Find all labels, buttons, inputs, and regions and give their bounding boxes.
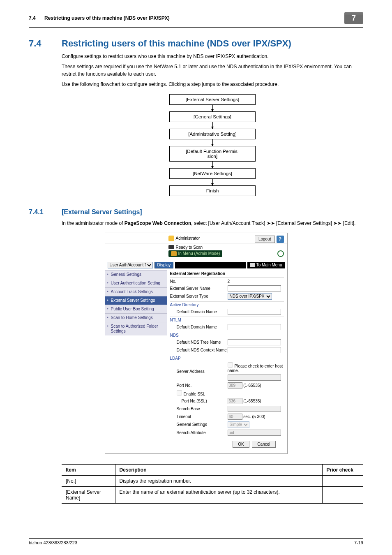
flowchart: [External Server Settings] [General Sett… bbox=[169, 94, 256, 196]
flow-connector bbox=[212, 162, 213, 168]
section-ntlm: NTLM bbox=[170, 317, 284, 323]
cell-prior bbox=[322, 475, 363, 486]
label-ad-default-domain: Default Domain Name bbox=[170, 310, 228, 314]
running-head-left: 7.4 Restricting users of this machine (N… bbox=[29, 15, 170, 21]
th-item: Item bbox=[62, 464, 115, 476]
section-active-directory: Active Directory bbox=[170, 301, 284, 308]
chapter-badge: 7 bbox=[344, 12, 363, 24]
ldap-timeout-hint: sec. (5-300) bbox=[243, 414, 265, 419]
ldap-timeout-input[interactable] bbox=[228, 414, 242, 420]
ldap-port-input[interactable] bbox=[228, 382, 242, 388]
subsection-number: 7.4.1 bbox=[29, 208, 62, 216]
form-title: External Server Registration bbox=[170, 270, 284, 278]
footer-model: bizhub 423/363/283/223 bbox=[29, 540, 77, 545]
to-main-menu-button[interactable]: To Main Menu bbox=[247, 262, 285, 268]
ntlm-default-domain-input[interactable] bbox=[228, 324, 281, 330]
label-external-server-name: External Server Name bbox=[170, 286, 228, 291]
external-server-type-select[interactable]: NDS over IPX/SPX bbox=[228, 293, 272, 300]
web-connection-screenshot: Administrator Logout ? Ready to Scan In … bbox=[105, 233, 288, 454]
flow-step-external-server[interactable]: [External Server Settings] bbox=[169, 94, 256, 105]
external-server-name-input[interactable] bbox=[228, 285, 281, 291]
section-ldap: LDAP bbox=[170, 355, 284, 361]
status-menu-mode: In Menu (Admin Mode) bbox=[178, 251, 220, 256]
label-ldap-search-base: Search Base bbox=[170, 407, 228, 411]
label-ntlm-default-domain: Default Domain Name bbox=[170, 325, 228, 329]
logout-button[interactable]: Logout bbox=[255, 236, 275, 243]
nds-tree-input[interactable] bbox=[228, 339, 281, 345]
sidebar-item-external-server[interactable]: External Server Settings bbox=[105, 296, 167, 305]
menu-icon bbox=[250, 263, 255, 267]
ldap-ssl-port-input[interactable] bbox=[228, 398, 242, 404]
value-no: 2 bbox=[228, 279, 284, 284]
sidebar-item-scan-to-home[interactable]: Scan to Home Settings bbox=[105, 313, 167, 322]
scanner-icon bbox=[168, 245, 174, 249]
nds-context-input[interactable] bbox=[228, 347, 281, 353]
subsection-instruction: In the administrator mode of PageScope W… bbox=[62, 220, 363, 227]
category-select[interactable]: User Auth/Account Track bbox=[108, 262, 153, 268]
cell-prior bbox=[322, 486, 363, 503]
ok-button[interactable]: OK bbox=[233, 441, 249, 448]
cancel-button[interactable]: Cancel bbox=[252, 441, 275, 448]
refresh-icon[interactable] bbox=[277, 250, 284, 257]
section-title: Restricting users of this machine (NDS o… bbox=[62, 38, 291, 49]
sidebar-item-account-track[interactable]: Account Track Settings bbox=[105, 287, 167, 296]
enable-ssl-checkbox[interactable] bbox=[177, 390, 182, 395]
label-ldap-port: Port No. bbox=[170, 383, 228, 388]
sidebar-item-user-auth-setting[interactable]: User Authentication Setting bbox=[105, 279, 167, 287]
label-external-server-type: External Server Type bbox=[170, 294, 228, 298]
sidebar-item-general-settings[interactable]: General Settings bbox=[105, 270, 167, 279]
footer-page: 7-19 bbox=[354, 540, 363, 545]
intro-paragraph-1: Configure settings to restrict users who… bbox=[62, 53, 363, 60]
label-ldap-server-address: Server Address bbox=[170, 369, 228, 374]
flow-step-netware-settings[interactable]: [NetWare Settings] bbox=[169, 168, 256, 179]
section-number: 7.4 bbox=[29, 38, 62, 49]
section-nds: NDS bbox=[170, 332, 284, 338]
flow-step-label-line1: [Default Function Permis- bbox=[186, 149, 239, 154]
flow-connector bbox=[212, 179, 213, 185]
running-head-title: Restricting users of this machine (NDS o… bbox=[44, 15, 170, 21]
flow-connector bbox=[212, 105, 213, 111]
cell-item: [External Server Name] bbox=[62, 486, 115, 503]
th-prior-check: Prior check bbox=[322, 464, 363, 476]
cell-item: [No.] bbox=[62, 475, 115, 486]
folder-icon bbox=[171, 251, 177, 256]
settings-sidebar: General Settings User Authentication Set… bbox=[105, 270, 167, 453]
sidebar-item-scan-to-authorized[interactable]: Scan to Authorized Folder Settings bbox=[105, 322, 167, 335]
admin-label: Administrator bbox=[176, 236, 200, 240]
to-main-label: To Main Menu bbox=[256, 263, 282, 267]
intro-paragraph-2: These settings are required if you use t… bbox=[62, 63, 363, 78]
label-nds-tree: Default NDS Tree Name bbox=[170, 340, 228, 345]
running-head-number: 7.4 bbox=[29, 15, 36, 21]
flow-step-administrative-setting[interactable]: [Administrative Setting] bbox=[169, 129, 256, 139]
header-rule bbox=[29, 27, 363, 28]
ad-default-domain-input[interactable] bbox=[228, 309, 281, 315]
flow-step-general-settings[interactable]: [General Settings] bbox=[169, 111, 256, 122]
ldap-hostname-checkbox[interactable] bbox=[228, 362, 233, 368]
flow-step-finish: Finish bbox=[169, 185, 256, 196]
admin-icon bbox=[168, 236, 174, 241]
intro-paragraph-3: Use the following flowchart to configure… bbox=[62, 81, 363, 88]
ldap-general-settings-select[interactable]: Simple bbox=[228, 421, 249, 428]
display-button[interactable]: Display bbox=[154, 262, 174, 268]
label-ldap-search-attribute: Search Attribute bbox=[170, 430, 228, 435]
flow-connector bbox=[212, 139, 213, 146]
label-ldap-timeout: Timeout bbox=[170, 414, 228, 419]
ldap-search-base-input[interactable] bbox=[228, 406, 281, 412]
sidebar-item-public-user-box[interactable]: Public User Box Setting bbox=[105, 305, 167, 313]
tab-bar-spacer bbox=[175, 262, 245, 268]
ldap-ssl-port-hint: (1-65535) bbox=[243, 399, 261, 403]
table-row: [No.] Displays the registration number. bbox=[62, 475, 363, 486]
subsection-title: [External Server Settings] bbox=[62, 208, 142, 216]
ldap-server-address-input[interactable] bbox=[228, 375, 281, 381]
label-no: No. bbox=[170, 279, 228, 284]
ldap-search-attribute-input[interactable] bbox=[228, 430, 281, 436]
settings-form: External Server Registration No. 2 Exter… bbox=[167, 270, 287, 453]
label-ldap-general-settings: General Settings bbox=[170, 422, 228, 427]
status-ready: Ready to Scan bbox=[176, 245, 203, 250]
flow-step-default-function-permission[interactable]: [Default Function Permis- sion] bbox=[169, 146, 256, 162]
flow-connector bbox=[212, 122, 213, 129]
help-button[interactable]: ? bbox=[277, 236, 284, 243]
flow-step-label-line2: sion] bbox=[208, 154, 217, 159]
description-table: Item Description Prior check [No.] Displ… bbox=[62, 464, 363, 504]
table-row: [External Server Name] Enter the name of… bbox=[62, 486, 363, 503]
